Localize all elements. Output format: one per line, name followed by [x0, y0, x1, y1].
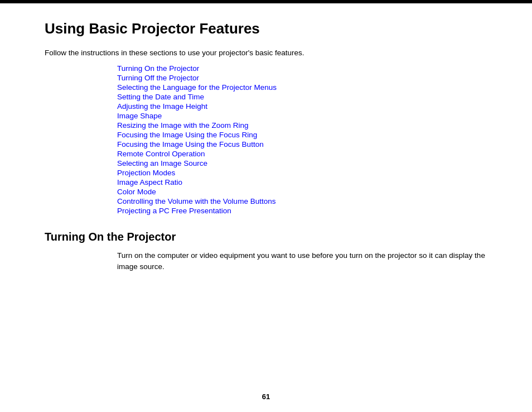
- intro-paragraph: Follow the instructions in these section…: [45, 49, 487, 57]
- list-item: Selecting an Image Source: [117, 159, 487, 167]
- toc-link[interactable]: Turning Off the Projector: [117, 74, 199, 82]
- toc-link[interactable]: Focusing the Image Using the Focus Ring: [117, 131, 257, 139]
- toc-link[interactable]: Setting the Date and Time: [117, 93, 204, 101]
- list-item: Remote Control Operation: [117, 149, 487, 158]
- list-item: Projection Modes: [117, 168, 487, 177]
- toc-link[interactable]: Color Mode: [117, 188, 156, 196]
- toc-link[interactable]: Controlling the Volume with the Volume B…: [117, 197, 275, 205]
- list-item: Focusing the Image Using the Focus Ring: [117, 130, 487, 139]
- toc-link[interactable]: Projecting a PC Free Presentation: [117, 207, 231, 215]
- page-number: 61: [262, 392, 270, 401]
- toc-link[interactable]: Adjusting the Image Height: [117, 102, 207, 111]
- toc-link[interactable]: Selecting the Language for the Projector…: [117, 83, 277, 92]
- list-item: Focusing the Image Using the Focus Butto…: [117, 140, 487, 148]
- list-item: Selecting the Language for the Projector…: [117, 83, 487, 92]
- toc-link[interactable]: Image Shape: [117, 112, 162, 120]
- list-item: Turning Off the Projector: [117, 73, 487, 82]
- toc-link[interactable]: Resizing the Image with the Zoom Ring: [117, 121, 249, 130]
- table-of-contents: Turning On the ProjectorTurning Off the …: [117, 64, 487, 215]
- toc-link[interactable]: Remote Control Operation: [117, 150, 205, 158]
- section-heading-turning-on: Turning On the Projector: [45, 231, 487, 243]
- section-body-text: Turn on the computer or video equipment …: [117, 250, 487, 273]
- list-item: Projecting a PC Free Presentation: [117, 206, 487, 215]
- list-item: Controlling the Volume with the Volume B…: [117, 197, 487, 205]
- list-item: Turning On the Projector: [117, 64, 487, 73]
- top-border: [0, 0, 532, 3]
- list-item: Adjusting the Image Height: [117, 102, 487, 111]
- list-item: Image Aspect Ratio: [117, 178, 487, 186]
- toc-link[interactable]: Focusing the Image Using the Focus Butto…: [117, 140, 264, 148]
- toc-link[interactable]: Turning On the Projector: [117, 64, 199, 73]
- list-item: Resizing the Image with the Zoom Ring: [117, 121, 487, 130]
- toc-link[interactable]: Projection Modes: [117, 169, 175, 177]
- toc-link[interactable]: Selecting an Image Source: [117, 159, 207, 167]
- list-item: Setting the Date and Time: [117, 92, 487, 101]
- list-item: Image Shape: [117, 111, 487, 120]
- toc-link[interactable]: Image Aspect Ratio: [117, 178, 182, 186]
- page-main-heading: Using Basic Projector Features: [45, 20, 487, 40]
- list-item: Color Mode: [117, 187, 487, 196]
